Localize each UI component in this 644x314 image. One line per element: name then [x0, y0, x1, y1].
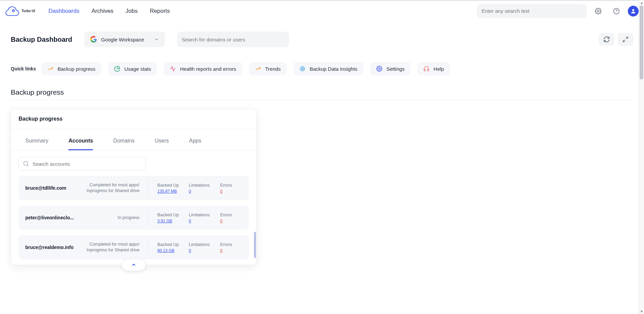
backed-up-value[interactable]: 90.13 GB [157, 248, 189, 253]
refresh-icon [603, 36, 610, 43]
chip-label: Help [433, 66, 444, 72]
quick-link-usage-stats[interactable]: Usage stats [108, 62, 157, 75]
gear-icon [376, 66, 382, 72]
scroll-up-arrow[interactable]: ▲ [639, 0, 644, 5]
svg-line-13 [27, 165, 28, 166]
svg-point-2 [598, 10, 599, 12]
topbar: Turbo UI Dashboards Archives Jobs Report… [0, 0, 644, 22]
page-content: Backup Dashboard Google Workspace Quick [0, 22, 644, 279]
trending-up-icon [255, 66, 261, 72]
page-header: Backup Dashboard Google Workspace [11, 32, 633, 47]
card-title: Backup progress [11, 109, 256, 129]
scrollbar-thumb[interactable] [640, 5, 643, 80]
card-body: bruce@tdllife.com Completed for most app… [11, 150, 256, 265]
divider [148, 210, 149, 225]
nav-reports[interactable]: Reports [150, 8, 170, 14]
workspace-selector[interactable]: Google Workspace [84, 32, 165, 47]
account-status: In progress [85, 215, 148, 221]
limitations-metric: Limitations 0 [189, 242, 220, 253]
chip-label: Backup Data Insights [310, 66, 357, 72]
svg-point-11 [379, 68, 380, 70]
account-row[interactable]: bruce@tdllife.com Completed for most app… [19, 176, 249, 200]
backed-up-metric: Backed Up 90.13 GB [157, 242, 189, 253]
headphones-icon [423, 66, 429, 72]
global-search-input[interactable] [482, 8, 582, 14]
help-button[interactable] [610, 4, 623, 18]
card-scrollbar[interactable] [254, 232, 256, 258]
user-avatar[interactable] [628, 6, 639, 17]
target-icon [299, 66, 305, 72]
tab-summary[interactable]: Summary [25, 132, 48, 150]
account-row[interactable]: peter@liveonlineclo... In progress Backe… [19, 206, 249, 230]
svg-point-8 [300, 66, 305, 71]
tab-domains[interactable]: Domains [113, 132, 134, 150]
account-email: bruce@tdllife.com [25, 185, 85, 191]
errors-metric: Errors 0 [220, 242, 242, 253]
settings-button[interactable] [591, 4, 605, 18]
chip-label: Settings [386, 66, 405, 72]
domain-user-search[interactable] [177, 32, 289, 47]
quick-link-backup-progress[interactable]: Backup progress [41, 62, 102, 75]
nav-archives[interactable]: Archives [92, 8, 114, 14]
account-status: Completed for most apps! Inprogress for … [85, 242, 148, 253]
workspace-selector-label: Google Workspace [101, 37, 144, 42]
chip-label: Usage stats [124, 66, 151, 72]
account-email: bruce@realdemo.info [25, 245, 85, 250]
fullscreen-button[interactable] [618, 33, 633, 46]
chevron-down-icon [154, 37, 159, 42]
cloud-logo-icon [5, 6, 20, 16]
quick-link-help[interactable]: Help [417, 62, 450, 75]
accounts-search[interactable] [19, 157, 146, 170]
quick-link-insights[interactable]: Backup Data Insights [293, 62, 363, 75]
domain-user-search-input[interactable] [182, 37, 284, 42]
limitations-metric: Limitations 0 [189, 212, 220, 223]
section-title: Backup progress [11, 88, 633, 100]
google-icon [90, 36, 97, 43]
tab-apps[interactable]: Apps [189, 132, 201, 150]
search-icon [23, 160, 29, 167]
chip-label: Trends [265, 66, 281, 72]
backed-up-value[interactable]: 3.91 GB [157, 219, 189, 223]
expand-icon [622, 36, 629, 42]
svg-point-5 [632, 9, 634, 11]
limitations-value[interactable]: 0 [189, 189, 220, 194]
quick-link-settings[interactable]: Settings [370, 62, 411, 75]
svg-line-7 [623, 40, 625, 42]
errors-value[interactable]: 0 [220, 189, 242, 194]
svg-point-1 [13, 10, 14, 10]
svg-line-6 [626, 37, 628, 39]
user-icon [630, 8, 636, 14]
quick-link-trends[interactable]: Trends [249, 62, 287, 75]
brand-logo[interactable]: Turbo UI [5, 6, 42, 16]
tab-accounts[interactable]: Accounts [68, 132, 93, 150]
accounts-search-input[interactable] [32, 161, 141, 167]
errors-value[interactable]: 0 [220, 248, 242, 253]
errors-metric: Errors 0 [220, 212, 242, 223]
errors-value[interactable]: 0 [220, 219, 242, 223]
chip-label: Health reports and errors [180, 66, 236, 72]
window-scrollbar[interactable]: ▲ ▼ [639, 0, 644, 279]
svg-point-10 [302, 68, 303, 69]
limitations-value[interactable]: 0 [189, 219, 220, 223]
divider [148, 240, 149, 255]
account-email: peter@liveonlineclo... [25, 215, 85, 220]
limitations-value[interactable]: 0 [189, 248, 220, 253]
card-tabs: Summary Accounts Domains Users Apps [11, 132, 256, 150]
main-nav: Dashboards Archives Jobs Reports [49, 8, 170, 14]
quick-link-health[interactable]: Health reports and errors [164, 62, 242, 75]
brand-name: Turbo UI [22, 9, 35, 13]
nav-dashboards[interactable]: Dashboards [49, 8, 79, 14]
refresh-button[interactable] [599, 33, 614, 46]
collapse-card-button[interactable] [122, 259, 146, 271]
tab-users[interactable]: Users [155, 132, 169, 150]
account-status: Completed for most apps! Inprogress for … [85, 182, 148, 194]
quick-links-row: Quick links Backup progress Usage stats … [11, 62, 633, 75]
backed-up-value[interactable]: 135.87 MB [157, 189, 189, 194]
pie-chart-icon [114, 66, 120, 72]
backup-progress-card: Backup progress Summary Accounts Domains… [11, 109, 257, 265]
nav-jobs[interactable]: Jobs [126, 8, 138, 14]
account-row[interactable]: bruce@realdemo.info Completed for most a… [19, 235, 249, 259]
svg-point-9 [301, 67, 304, 70]
global-search[interactable] [477, 4, 587, 18]
gear-icon [595, 8, 602, 14]
